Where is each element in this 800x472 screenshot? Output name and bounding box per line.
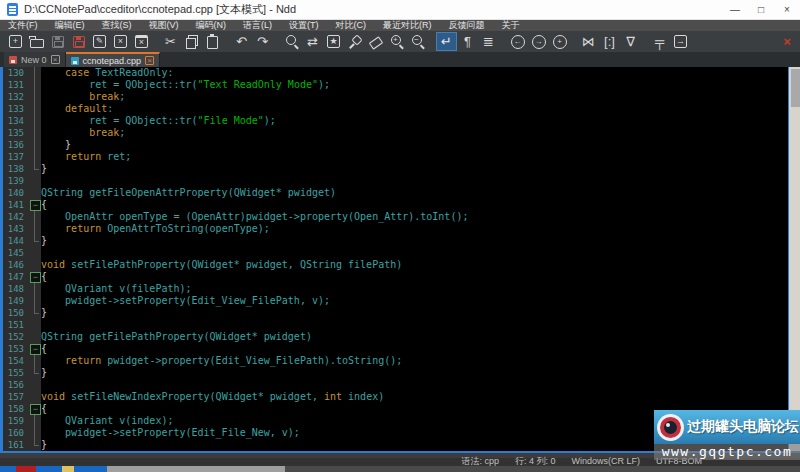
taskbar-folder-button[interactable] <box>62 466 74 472</box>
menu-item[interactable]: 最近对比(R) <box>383 20 432 31</box>
open-folder-icon[interactable] <box>26 32 47 51</box>
code-text: void setFilePathProperty(QWidget* pwidge… <box>41 259 402 271</box>
code-text: } <box>41 139 71 151</box>
code-editor[interactable]: 130 case TextReadOnly:131 ret = QObject:… <box>0 67 800 451</box>
menu-item[interactable]: 编辑(E) <box>55 20 85 31</box>
fold-collapse-icon[interactable] <box>29 403 41 415</box>
code-text: ret = QObject::tr("Text ReadOnly Mode"); <box>41 79 330 91</box>
fold-margin <box>29 319 41 331</box>
code-text: return OpenAttrToString(openType); <box>41 223 270 235</box>
zoom-out-icon[interactable]: − <box>407 32 428 51</box>
fold-collapse-icon[interactable] <box>29 199 41 211</box>
line-number[interactable]: 136 <box>3 139 29 151</box>
mirror-compare-icon[interactable]: ⋈ <box>578 32 599 51</box>
find-in-file-icon[interactable] <box>281 32 302 51</box>
line-number[interactable]: 133 <box>3 103 29 115</box>
line-number[interactable]: 159 <box>3 415 29 427</box>
toolbar-close-icon[interactable]: × <box>774 34 800 49</box>
bookmark-doc-icon[interactable]: ★ <box>323 32 344 51</box>
show-symbol-icon[interactable]: ¶ <box>457 32 478 51</box>
line-number[interactable]: 139 <box>3 175 29 187</box>
indent-guide-icon[interactable]: ≣ <box>478 32 499 51</box>
line-number[interactable]: 150 <box>3 307 29 319</box>
save-as-icon[interactable]: ✎ <box>89 32 110 51</box>
line-number[interactable]: 154 <box>3 355 29 367</box>
line-number[interactable]: 141 <box>3 199 29 211</box>
doc-convert-icon[interactable]: → <box>670 32 691 51</box>
line-number[interactable]: 138 <box>3 163 29 175</box>
bracket-pair-icon[interactable]: [:] <box>599 32 620 51</box>
replace-icon[interactable]: ⇄ <box>302 32 323 51</box>
filter-icon[interactable]: ∇ <box>620 32 641 51</box>
menu-item[interactable]: 编码(N) <box>196 20 227 31</box>
line-number[interactable]: 137 <box>3 151 29 163</box>
close-all-icon[interactable]: × <box>131 32 152 51</box>
tab-close-icon[interactable]: × <box>145 56 154 65</box>
code-text: default: <box>41 103 113 115</box>
fold-collapse-icon[interactable] <box>29 343 41 355</box>
line-number[interactable]: 148 <box>3 283 29 295</box>
menu-item[interactable]: 关于 <box>502 20 520 31</box>
code-text: QString getFilePathProperty(QWidget* pwi… <box>41 331 312 343</box>
line-number[interactable]: 156 <box>3 379 29 391</box>
line-number[interactable]: 140 <box>3 187 29 199</box>
line-number[interactable]: 143 <box>3 223 29 235</box>
menu-item[interactable]: 对比(C) <box>336 20 367 31</box>
menu-item[interactable]: 查找(S) <box>102 20 132 31</box>
nav-forward-icon[interactable]: → <box>528 32 549 51</box>
line-number[interactable]: 157 <box>3 391 29 403</box>
line-number[interactable]: 144 <box>3 235 29 247</box>
vertical-scrollbar-thumb[interactable] <box>791 69 800 107</box>
line-number[interactable]: 134 <box>3 115 29 127</box>
new-file-icon[interactable]: + <box>5 32 26 51</box>
pin-icon[interactable] <box>344 32 365 51</box>
taskbar-red-button[interactable] <box>16 466 36 472</box>
menu-item[interactable]: 反馈问题 <box>449 20 485 31</box>
cut-icon[interactable]: ✂ <box>160 32 181 51</box>
minimize-button[interactable]: — <box>722 0 748 19</box>
close-button[interactable]: × <box>774 0 800 19</box>
line-number[interactable]: 130 <box>3 67 29 79</box>
locate-icon[interactable]: + <box>549 32 570 51</box>
vertical-scrollbar[interactable] <box>788 67 800 451</box>
copy-icon[interactable] <box>181 32 202 51</box>
menu-item[interactable]: 视图(V) <box>149 20 179 31</box>
code-line: 148 QVariant v(filePath); <box>3 283 800 295</box>
tab-ccnotepad-cpp[interactable]: ccnotepad.cpp× <box>66 52 161 67</box>
word-wrap-icon[interactable]: ↵ <box>436 32 457 51</box>
line-number[interactable]: 161 <box>3 439 29 451</box>
line-number[interactable]: 131 <box>3 79 29 91</box>
line-number[interactable]: 132 <box>3 91 29 103</box>
line-number[interactable]: 153 <box>3 343 29 355</box>
close-doc-icon[interactable]: × <box>110 32 131 51</box>
paste-icon[interactable] <box>202 32 223 51</box>
redo-icon[interactable]: ↷ <box>252 32 273 51</box>
line-number[interactable]: 145 <box>3 247 29 259</box>
line-number[interactable]: 146 <box>3 259 29 271</box>
menu-item[interactable]: 文件(F) <box>8 20 38 31</box>
tab-close-icon[interactable]: × <box>51 55 60 64</box>
line-number[interactable]: 155 <box>3 367 29 379</box>
menu-item[interactable]: 设置(T) <box>289 20 319 31</box>
line-number[interactable]: 147 <box>3 271 29 283</box>
fold-collapse-icon[interactable] <box>29 271 41 283</box>
zoom-in-icon[interactable]: + <box>386 32 407 51</box>
tab-new-0[interactable]: New 0× <box>4 52 66 67</box>
save-icon[interactable] <box>47 32 68 51</box>
line-number[interactable]: 149 <box>3 295 29 307</box>
function-tree-icon[interactable]: ╤ <box>649 32 670 51</box>
line-number[interactable]: 152 <box>3 331 29 343</box>
line-number[interactable]: 151 <box>3 319 29 331</box>
nav-back-icon[interactable]: ← <box>507 32 528 51</box>
maximize-button[interactable]: □ <box>748 0 774 19</box>
menu-item[interactable]: 语言(L) <box>243 20 272 31</box>
undo-icon[interactable]: ↶ <box>231 32 252 51</box>
taskbar-window-button[interactable] <box>107 466 285 472</box>
line-number[interactable]: 142 <box>3 211 29 223</box>
line-number[interactable]: 158 <box>3 403 29 415</box>
clear-mark-eraser-icon[interactable] <box>365 32 386 51</box>
line-number[interactable]: 160 <box>3 427 29 439</box>
save-all-icon[interactable] <box>68 32 89 51</box>
line-number[interactable]: 135 <box>3 127 29 139</box>
code-text: { <box>41 343 47 355</box>
